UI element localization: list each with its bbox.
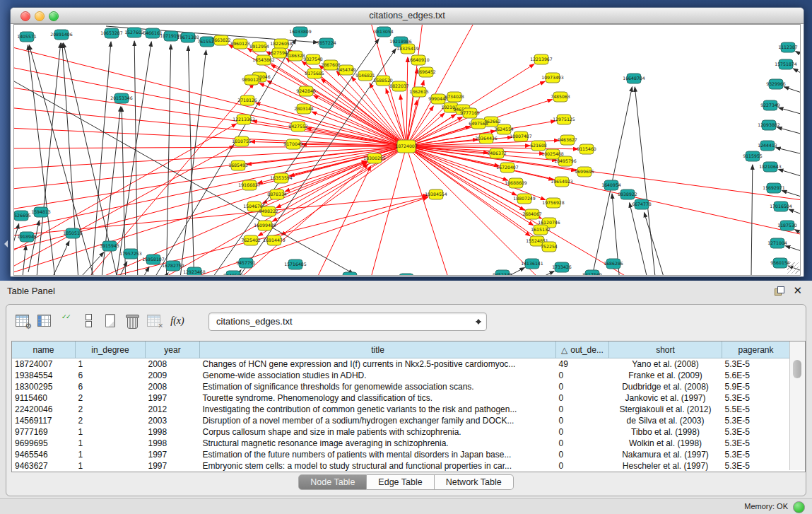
- graph-node[interactable]: 19384554: [425, 189, 447, 199]
- graph-edge[interactable]: [14, 224, 19, 265]
- graph-node[interactable]: 19166827: [238, 180, 261, 190]
- column-header-short[interactable]: short: [609, 341, 722, 358]
- graph-node[interactable]: 9115955: [743, 151, 763, 161]
- graph-node[interactable]: 9170049: [283, 139, 303, 149]
- cell-name[interactable]: 22420046: [12, 404, 76, 415]
- cell-name[interactable]: 14569117: [12, 415, 76, 426]
- graph-node[interactable]: 15692971: [763, 183, 785, 193]
- graph-node[interactable]: 10688609: [505, 178, 527, 188]
- cell-title[interactable]: Embryonic stem cells: a model to study s…: [200, 460, 556, 472]
- graph-edge[interactable]: [14, 146, 406, 148]
- cell-year[interactable]: 2008: [146, 358, 200, 370]
- graph-node[interactable]: 6734028: [445, 92, 464, 102]
- cell-year[interactable]: 1997: [146, 392, 200, 404]
- graph-edge[interactable]: [630, 203, 650, 276]
- graph-node[interactable]: 20364436: [475, 134, 498, 144]
- graph-node[interactable]: 9452349: [493, 270, 512, 276]
- graph-node[interactable]: 9699695: [575, 167, 594, 177]
- graph-edge[interactable]: [785, 246, 800, 252]
- cell-short[interactable]: Stergiakouli et al. (2012): [609, 404, 722, 415]
- cell-pagerank[interactable]: 5.3E-5: [722, 438, 790, 449]
- cell-out_de[interactable]: 0: [556, 449, 609, 460]
- cell-pagerank[interactable]: 5.5E-5: [722, 404, 790, 415]
- window-resize-grip[interactable]: [787, 262, 799, 274]
- graph-node[interactable]: 16958107: [142, 255, 165, 264]
- graph-node[interactable]: 1810755: [232, 136, 252, 146]
- cell-pagerank[interactable]: 5.9E-5: [722, 381, 790, 392]
- cell-in_degree[interactable]: 1: [76, 358, 146, 370]
- graph-edge[interactable]: [512, 271, 554, 276]
- graph-edge[interactable]: [751, 165, 753, 276]
- graph-node[interactable]: 19654923: [551, 177, 573, 187]
- graph-node[interactable]: 8960123: [230, 39, 250, 49]
- graph-node[interactable]: 18407498: [395, 274, 418, 276]
- cell-pagerank[interactable]: 5.3E-5: [722, 460, 790, 472]
- graph-node[interactable]: 15716485: [284, 259, 307, 269]
- cell-year[interactable]: 1998: [146, 426, 200, 438]
- graph-node[interactable]: 8912954: [249, 42, 269, 52]
- graph-node[interactable]: 8175685: [305, 69, 324, 78]
- graph-edge[interactable]: [406, 146, 800, 201]
- graph-node[interactable]: 9777169: [460, 108, 480, 118]
- cell-name[interactable]: 9465546: [12, 449, 76, 460]
- graph-edge[interactable]: [71, 162, 367, 276]
- cell-pagerank[interactable]: 5.3E-5: [722, 449, 790, 460]
- table-row[interactable]: 1938455462009Genome-wide association stu…: [12, 370, 790, 381]
- graph-node[interactable]: 2803144: [294, 104, 314, 114]
- cell-pagerank[interactable]: 5.3E-5: [722, 358, 790, 370]
- cell-out_de[interactable]: 0: [556, 460, 609, 472]
- column-header-pagerank[interactable]: pagerank: [722, 341, 790, 358]
- cell-short[interactable]: Hescheler et al. (1997): [609, 460, 722, 472]
- cell-year[interactable]: 2009: [146, 370, 200, 381]
- table-row[interactable]: 2242004622012Investigating the contribut…: [12, 404, 790, 415]
- table-scrollbar[interactable]: [789, 341, 805, 470]
- graph-edge[interactable]: [795, 230, 800, 235]
- graph-node[interactable]: 1640954: [601, 180, 621, 190]
- cell-name[interactable]: 9777169: [12, 426, 76, 438]
- table-row[interactable]: 1872400712008Changes of HCN gene express…: [12, 358, 790, 370]
- column-header-title[interactable]: title: [200, 341, 556, 358]
- graph-node[interactable]: 16543862: [252, 55, 275, 65]
- graph-edge[interactable]: [635, 87, 655, 276]
- graph-node[interactable]: 1685493: [228, 160, 248, 170]
- graph-node[interactable]: 1686286: [604, 259, 623, 269]
- graph-node[interactable]: 10653287: [100, 28, 123, 38]
- graph-node[interactable]: 18724007: [395, 140, 418, 153]
- cell-name[interactable]: 9463627: [12, 460, 76, 472]
- show-columns-icon[interactable]: [37, 313, 52, 329]
- graph-edge[interactable]: [14, 146, 406, 233]
- graph-node[interactable]: 12093882: [758, 120, 780, 130]
- delete-column-icon[interactable]: [124, 313, 140, 329]
- cell-pagerank[interactable]: 5.6E-5: [722, 370, 790, 381]
- graph-node[interactable]: 621608: [530, 141, 547, 151]
- network-canvas[interactable]: 1405571208914061065328715276026466161107…: [13, 24, 801, 276]
- graph-edge[interactable]: [29, 45, 98, 276]
- cell-year[interactable]: 1997: [146, 449, 200, 460]
- cell-out_de[interactable]: 49: [556, 358, 609, 370]
- graph-edge[interactable]: [777, 127, 800, 135]
- cell-pagerank[interactable]: 5.3E-5: [722, 415, 790, 426]
- graph-node[interactable]: 1594813: [31, 207, 51, 217]
- graph-node[interactable]: 8427552: [288, 122, 308, 132]
- graph-edge[interactable]: [14, 64, 406, 146]
- cell-name[interactable]: 19384554: [12, 370, 76, 381]
- graph-node[interactable]: 8186328: [286, 51, 305, 61]
- graph-node[interactable]: 16353594: [270, 173, 293, 183]
- cell-name[interactable]: 18724007: [12, 358, 76, 370]
- graph-node[interactable]: 1527602: [124, 28, 144, 37]
- graph-edge[interactable]: [784, 87, 800, 94]
- cell-name[interactable]: 18300295: [12, 381, 76, 392]
- graph-node[interactable]: 17957253: [119, 249, 142, 259]
- graph-node[interactable]: 1918946: [17, 232, 37, 242]
- select-columns-icon[interactable]: ✓ ✓: [59, 313, 74, 329]
- graph-edge[interactable]: [62, 43, 79, 276]
- graph-edge[interactable]: [793, 69, 800, 76]
- graph-edge[interactable]: [90, 42, 111, 276]
- graph-node[interactable]: 20891406: [50, 30, 73, 40]
- graph-node[interactable]: 2684067: [522, 209, 542, 219]
- cell-short[interactable]: Yano et al. (2008): [609, 358, 722, 370]
- table-row[interactable]: 977716911998Corpus callosum shape and si…: [12, 426, 790, 438]
- cell-in_degree[interactable]: 1: [76, 460, 146, 472]
- graph-node[interactable]: 10807487: [510, 132, 532, 141]
- graph-node[interactable]: 1733426: [552, 262, 572, 272]
